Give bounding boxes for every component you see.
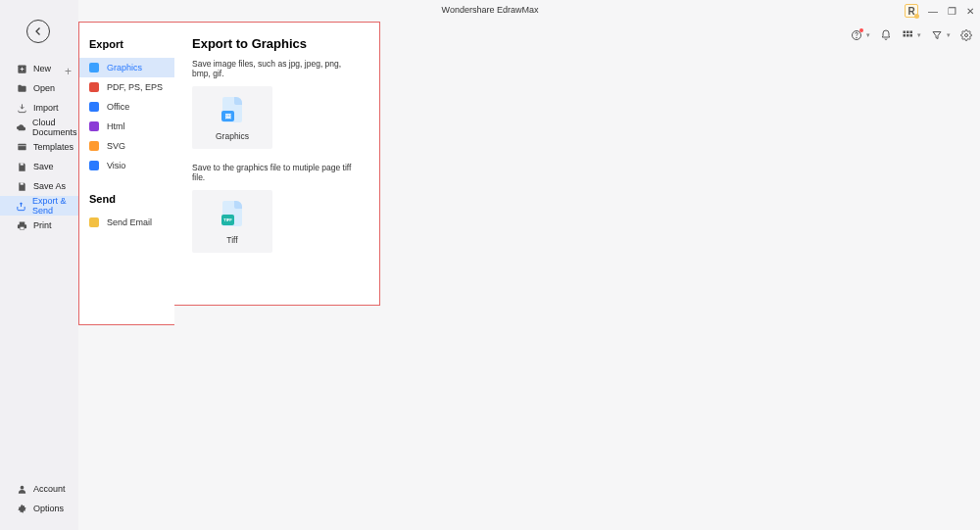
content-desc: Save to the graphics file to mutiple pag… xyxy=(192,163,362,182)
export-item-label: Graphics xyxy=(107,63,142,72)
sidebar-item-print[interactable]: Print xyxy=(0,216,78,235)
svg-point-14 xyxy=(20,485,24,489)
user-icon xyxy=(16,483,27,495)
title-bar: Wondershare EdrawMax R — ❐ ✕ xyxy=(0,0,980,22)
sidebar-item-account[interactable]: Account xyxy=(0,479,78,499)
svg-rect-12 xyxy=(20,182,23,184)
svg-rect-7 xyxy=(910,34,913,37)
sidebar-item-label: Save xyxy=(33,162,54,171)
card-label: Tiff xyxy=(192,235,272,245)
send-heading: Send xyxy=(79,189,174,213)
svg-rect-3 xyxy=(906,31,909,34)
sidebar-item-label: New xyxy=(33,64,51,73)
close-button[interactable]: ✕ xyxy=(966,6,974,17)
sidebar-item-import[interactable]: Import xyxy=(0,98,78,118)
save-icon xyxy=(16,161,27,172)
export-item-label: Send Email xyxy=(107,217,152,227)
content-desc: Save image files, such as jpg, jpeg, png… xyxy=(192,59,362,78)
chevron-down-icon[interactable]: ▾ xyxy=(947,31,951,39)
sidebar-item-label: Open xyxy=(33,83,55,93)
import-icon xyxy=(16,102,27,114)
export-item-visio[interactable]: Visio xyxy=(79,156,174,175)
back-button[interactable] xyxy=(26,20,50,43)
help-icon[interactable] xyxy=(851,29,862,41)
svg-point-8 xyxy=(965,34,968,37)
bell-icon[interactable] xyxy=(880,29,892,41)
graphics-icon xyxy=(89,63,99,72)
sidebar-item-label: Cloud Documents xyxy=(32,118,78,137)
sidebar-item-open[interactable]: Open xyxy=(0,78,78,98)
sidebar-item-options[interactable]: Options xyxy=(0,499,78,518)
card-label: Graphics xyxy=(192,131,272,141)
svg-rect-13 xyxy=(20,226,24,229)
filter-icon[interactable] xyxy=(931,29,943,41)
sidebar-item-label: Options xyxy=(33,504,64,513)
export-item-label: Html xyxy=(107,121,125,131)
svg-rect-4 xyxy=(910,31,913,34)
app-title: Wondershare EdrawMax xyxy=(442,5,539,15)
svg-point-1 xyxy=(857,37,858,38)
sidebar-item-label: Templates xyxy=(33,142,74,152)
chevron-down-icon[interactable]: ▾ xyxy=(917,31,921,39)
gear-icon xyxy=(16,503,27,514)
sidebar-item-label: Save As xyxy=(33,181,66,191)
svg-rect-2 xyxy=(904,31,906,34)
tiff-file-icon: TIFF xyxy=(219,200,246,227)
svg-rect-6 xyxy=(906,34,909,37)
plus-icon: + xyxy=(65,65,72,78)
chevron-down-icon[interactable]: ▾ xyxy=(866,31,870,39)
user-badge[interactable]: R xyxy=(905,4,918,18)
export-item-office[interactable]: Office xyxy=(79,97,174,117)
sidebar-item-label: Export & Send xyxy=(32,196,78,216)
export-icon xyxy=(16,200,26,212)
sidebar-item-label: Import xyxy=(33,103,59,113)
export-item-pdf[interactable]: PDF, PS, EPS xyxy=(79,77,174,97)
export-item-svg[interactable]: SVG xyxy=(79,136,174,156)
sidebar-item-cloud[interactable]: Cloud Documents xyxy=(0,118,78,137)
sidebar-item-saveas[interactable]: Save As xyxy=(0,176,78,196)
svg-rect-5 xyxy=(904,34,906,37)
maximize-button[interactable]: ❐ xyxy=(948,6,956,17)
settings-gear-icon[interactable] xyxy=(960,29,972,41)
export-card-tiff[interactable]: TIFF Tiff xyxy=(192,190,272,253)
email-icon xyxy=(89,217,99,227)
sidebar-item-export-send[interactable]: Export & Send xyxy=(0,196,78,216)
sidebar-item-templates[interactable]: Templates xyxy=(0,137,78,157)
svg-rect-11 xyxy=(20,163,23,165)
export-card-graphics[interactable]: 🖼 Graphics xyxy=(192,86,272,149)
office-icon xyxy=(89,102,99,112)
export-item-label: Office xyxy=(107,102,129,112)
header-toolbar: ▾ ▾ ▾ xyxy=(851,29,972,41)
export-content: Export to Graphics Save image files, suc… xyxy=(174,22,380,306)
print-icon xyxy=(16,219,27,231)
export-submenu: Export Graphics PDF, PS, EPS Office Html… xyxy=(78,22,174,325)
svg-rect-10 xyxy=(18,143,25,149)
folder-icon xyxy=(16,82,27,94)
apps-icon[interactable] xyxy=(902,29,913,41)
export-item-label: PDF, PS, EPS xyxy=(107,82,163,92)
save-as-icon xyxy=(16,180,27,192)
minimize-button[interactable]: — xyxy=(928,6,938,17)
template-icon xyxy=(16,141,27,153)
pdf-icon xyxy=(89,82,99,92)
graphics-file-icon: 🖼 xyxy=(219,96,246,123)
export-heading: Export xyxy=(79,34,174,58)
file-menu-sidebar: New Open Import Cloud Documents Template… xyxy=(0,0,78,530)
svg-icon xyxy=(89,141,99,151)
export-item-graphics[interactable]: Graphics xyxy=(79,58,174,77)
visio-icon xyxy=(89,161,99,170)
export-item-html[interactable]: Html xyxy=(79,117,174,136)
export-item-label: SVG xyxy=(107,141,125,151)
export-item-label: Visio xyxy=(107,161,125,170)
send-item-email[interactable]: Send Email xyxy=(79,213,174,232)
content-title: Export to Graphics xyxy=(192,36,362,51)
cloud-icon xyxy=(16,121,26,133)
plus-square-icon xyxy=(16,63,27,74)
sidebar-item-save[interactable]: Save xyxy=(0,157,78,176)
sidebar-item-label: Account xyxy=(33,484,66,494)
html-icon xyxy=(89,121,99,131)
sidebar-item-label: Print xyxy=(33,220,52,230)
